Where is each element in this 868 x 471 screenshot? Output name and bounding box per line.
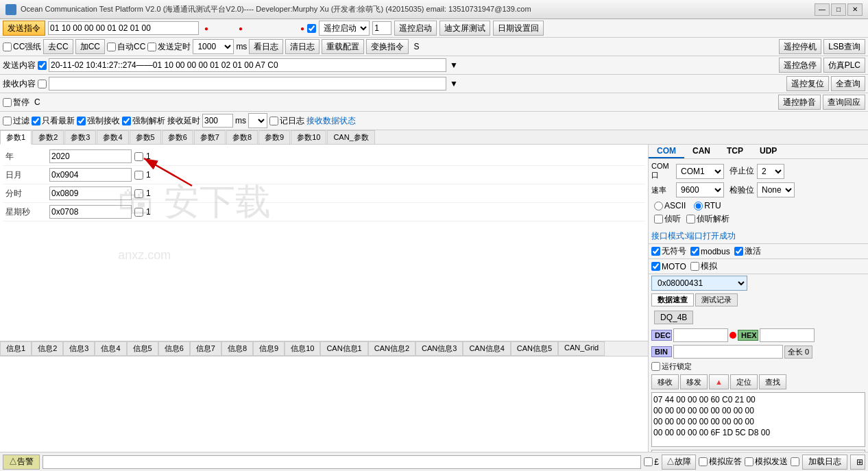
info-tab-2[interactable]: 信息2 bbox=[32, 341, 63, 356]
alarm-button[interactable]: △告警 bbox=[3, 455, 40, 470]
tab-param9[interactable]: 参数9 bbox=[258, 130, 290, 144]
param-input-weeksec[interactable] bbox=[49, 205, 132, 219]
simulate-respond-label[interactable]: 模拟应答 bbox=[699, 456, 742, 468]
receive-input[interactable] bbox=[49, 77, 446, 90]
param-check-weeksec[interactable] bbox=[134, 208, 143, 217]
no-sign-check[interactable] bbox=[651, 247, 660, 256]
tab-param-can[interactable]: CAN_参数 bbox=[327, 130, 374, 144]
data-display[interactable]: 07 44 00 00 00 60 C0 21 00 00 00 00 00 0… bbox=[651, 392, 865, 447]
ascii-radio[interactable] bbox=[654, 202, 663, 210]
full-query-button[interactable]: 全查询 bbox=[831, 76, 865, 91]
send-content-input[interactable] bbox=[49, 58, 446, 72]
simulate-send-check[interactable] bbox=[745, 457, 754, 466]
force-parse-check[interactable] bbox=[122, 117, 131, 125]
can-info-tab-2[interactable]: CAN信息2 bbox=[368, 341, 415, 356]
tab-param2[interactable]: 参数2 bbox=[32, 130, 64, 144]
test-log-tab[interactable]: 测试记录 bbox=[695, 293, 738, 306]
fake-plc-button[interactable]: 仿真PLC bbox=[823, 58, 865, 73]
remote-start-button[interactable]: 遥控启动 bbox=[394, 21, 437, 36]
cc-force-check[interactable] bbox=[3, 43, 12, 51]
send-cmd-button[interactable]: 发送指令 bbox=[3, 21, 45, 36]
info-tab-6[interactable]: 信息6 bbox=[158, 341, 190, 356]
only-latest-label[interactable]: 只看最新 bbox=[32, 115, 75, 127]
log-check-label[interactable]: 记日志 bbox=[269, 115, 304, 127]
can-info-tab-5[interactable]: CAN信息5 bbox=[511, 341, 558, 356]
receive-check[interactable] bbox=[38, 80, 47, 88]
param-input-minhour[interactable] bbox=[49, 186, 132, 200]
address-dropdown[interactable]: 0x08000431 bbox=[651, 276, 747, 291]
fault-button[interactable]: △故障 bbox=[662, 455, 696, 470]
baud-select[interactable]: 9600 bbox=[676, 182, 724, 197]
hex-input[interactable] bbox=[760, 328, 815, 342]
tab-param8[interactable]: 参数8 bbox=[226, 130, 258, 144]
modbus-check[interactable] bbox=[690, 247, 699, 256]
send-timer-check[interactable] bbox=[147, 43, 156, 51]
stop-select[interactable]: 2 bbox=[757, 164, 784, 179]
auto-cc-label[interactable]: 自动CC bbox=[107, 41, 145, 53]
simulate-check[interactable] bbox=[690, 262, 699, 271]
filter-check[interactable] bbox=[3, 117, 12, 125]
com-tab[interactable]: COM bbox=[649, 145, 684, 158]
position-button[interactable]: 定位 bbox=[730, 374, 758, 389]
log-check[interactable] bbox=[269, 117, 278, 125]
rtu-label[interactable]: RTU bbox=[694, 201, 721, 210]
tab-param7[interactable]: 参数7 bbox=[194, 130, 226, 144]
data-status-link[interactable]: 接收数据状态 bbox=[306, 115, 356, 127]
force-receive-check[interactable] bbox=[77, 117, 86, 125]
minimize-button[interactable]: — bbox=[815, 3, 830, 16]
activate-check[interactable] bbox=[734, 247, 743, 256]
move-send-button[interactable]: 移发 bbox=[680, 374, 708, 389]
run-lock-label[interactable]: 运行锁定 bbox=[651, 361, 692, 372]
speed-tab[interactable]: 数据速查 bbox=[651, 293, 694, 306]
info-tab-3[interactable]: 信息3 bbox=[63, 341, 95, 356]
info-tab-5[interactable]: 信息5 bbox=[127, 341, 158, 356]
delay-input[interactable] bbox=[202, 114, 233, 128]
can-info-tab-4[interactable]: CAN信息4 bbox=[463, 341, 510, 356]
ascii-label[interactable]: ASCII bbox=[654, 201, 686, 210]
tab-param6[interactable]: 参数6 bbox=[162, 130, 193, 144]
info-tab-4[interactable]: 信息4 bbox=[95, 341, 126, 356]
info-tab-9[interactable]: 信息9 bbox=[253, 341, 285, 356]
filter-label[interactable]: 过滤 bbox=[3, 115, 29, 127]
lsb-query-button[interactable]: LSB查询 bbox=[823, 39, 865, 54]
transform-button[interactable]: 变换指令 bbox=[366, 39, 409, 54]
send-content-check[interactable] bbox=[38, 61, 47, 70]
tab-param5[interactable]: 参数5 bbox=[130, 130, 161, 144]
triangle-button[interactable]: ▲ bbox=[709, 374, 729, 389]
find-button[interactable]: 查找 bbox=[759, 374, 786, 389]
simulate-respond-check[interactable] bbox=[699, 457, 708, 466]
info-tab-8[interactable]: 信息8 bbox=[221, 341, 253, 356]
simulate-send-label[interactable]: 模拟发送 bbox=[745, 456, 788, 468]
load-log-check-label[interactable] bbox=[791, 457, 799, 466]
tab-param1[interactable]: 参数1 bbox=[0, 130, 32, 145]
load-log-check[interactable] bbox=[791, 457, 799, 466]
only-latest-check[interactable] bbox=[32, 117, 40, 125]
icon-button[interactable]: ⊞ bbox=[850, 455, 865, 470]
remote-mute-button[interactable]: 通控静音 bbox=[778, 95, 821, 110]
remote-start-check[interactable] bbox=[307, 24, 316, 33]
screen-test-button[interactable]: 迪文屏测试 bbox=[439, 21, 490, 36]
force-receive-label[interactable]: 强制接收 bbox=[77, 115, 120, 127]
modbus-label[interactable]: modbus bbox=[690, 245, 730, 257]
maximize-button[interactable]: □ bbox=[831, 3, 846, 16]
tab-param3[interactable]: 参数3 bbox=[64, 130, 96, 144]
date-set-button[interactable]: 日期设置回 bbox=[493, 21, 544, 36]
no-sign-label[interactable]: 无符号 bbox=[651, 245, 686, 257]
alarm-text-input[interactable] bbox=[43, 455, 641, 469]
remote-num-input[interactable] bbox=[372, 21, 391, 35]
query-response-button[interactable]: 查询回应 bbox=[823, 95, 865, 110]
udp-tab[interactable]: UDP bbox=[751, 145, 785, 158]
param-input-year[interactable] bbox=[49, 149, 132, 163]
param-input-daymonth[interactable] bbox=[49, 168, 132, 182]
remote-stop-button[interactable]: 遥控停机 bbox=[779, 39, 821, 54]
send-timer-label[interactable]: 发送定时 bbox=[147, 41, 191, 53]
tab-param10[interactable]: 参数10 bbox=[291, 130, 326, 144]
info-tab-7[interactable]: 信息7 bbox=[190, 341, 221, 356]
param-check-minhour[interactable] bbox=[134, 189, 143, 198]
rtu-radio[interactable] bbox=[694, 202, 703, 210]
moto-label[interactable]: MOTO bbox=[651, 261, 686, 272]
info-tab-1[interactable]: 信息1 bbox=[0, 341, 32, 356]
listen-check[interactable] bbox=[654, 215, 663, 224]
dec-input[interactable] bbox=[673, 328, 728, 342]
send-cmd-input[interactable] bbox=[48, 21, 199, 35]
